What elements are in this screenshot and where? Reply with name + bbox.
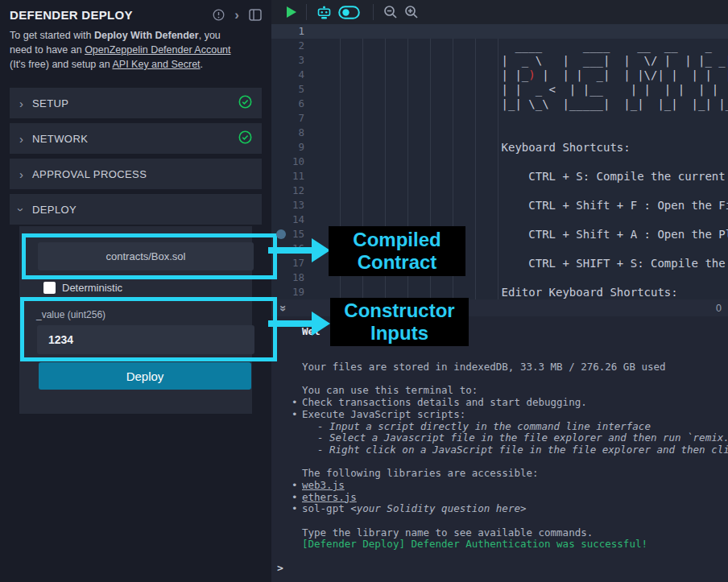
intro-text: Deploy With Defender	[94, 30, 199, 41]
editor-line: CTRL + S: Compile the current contract	[318, 169, 728, 184]
section-setup[interactable]: › SETUP	[10, 88, 262, 118]
terminal-line: •web3.js	[302, 480, 728, 492]
indent-guide	[385, 39, 386, 299]
line-number: 9	[271, 140, 318, 155]
line-number: 3	[271, 53, 318, 68]
bullet-icon: •	[292, 492, 298, 504]
line-number: 5	[271, 82, 318, 97]
panel-intro-text: To get started with Deploy With Defender…	[0, 25, 271, 80]
line-number: 17	[271, 256, 318, 270]
line-number: 6	[271, 97, 318, 111]
line-number: 10	[271, 155, 318, 169]
intro-text: need to have an	[10, 44, 85, 56]
line-number: 14	[271, 213, 318, 227]
zoom-in-icon[interactable]	[404, 5, 419, 19]
indent-guide	[453, 39, 453, 299]
editor-line: | |_) | | | _| | |\/| | | | | \ V /	[318, 68, 728, 82]
terminal-line: You can use this terminal to:	[302, 385, 728, 397]
editor-line: Keyboard Shortcuts:	[318, 140, 728, 155]
indent-guide	[340, 39, 341, 299]
line-number: 13	[271, 198, 318, 213]
terminal-line: - Select a Javascript file in the file e…	[302, 432, 728, 444]
chevron-right-icon: ›	[19, 168, 23, 180]
line-number: 2	[271, 39, 318, 53]
run-script-icon[interactable]	[287, 6, 296, 18]
editor-line: | _ \ | ___| | \/ | | |_ _| \ \ / /	[318, 53, 728, 68]
terminal-line	[302, 338, 728, 350]
section-approval-process[interactable]: › APPROVAL PROCESS	[10, 159, 262, 189]
terminal-line: •ethers.js	[302, 492, 728, 504]
editor-line	[318, 111, 728, 126]
intro-link[interactable]: API Key and Secret	[112, 59, 200, 70]
line-number: 8	[271, 126, 318, 140]
terminal-line: - Input a script directly in the command…	[302, 421, 728, 433]
info-icon[interactable]	[213, 9, 225, 21]
bullet-icon: •	[292, 409, 298, 421]
terminal-line: The following libraries are accessible:	[302, 468, 728, 480]
line-number: 1	[271, 24, 318, 39]
deploy-section-body: contracts/Box.sol Deterministic _value (…	[19, 226, 252, 414]
defender-deploy-panel: DEFENDER DEPLOY › To get started with De…	[0, 0, 271, 582]
terminal-line: •Execute JavaScript scripts:	[302, 409, 728, 421]
section-network[interactable]: › NETWORK	[10, 123, 262, 154]
collapse-terminal-icon[interactable]: «	[276, 305, 287, 312]
bullet-icon: •	[292, 503, 298, 515]
line-number-gutter: 12345678910111213141516171819	[271, 24, 318, 299]
editor-line	[318, 184, 728, 198]
intro-text: , you	[199, 30, 221, 41]
section-deploy[interactable]: › DEPLOY	[10, 194, 262, 225]
terminal-output[interactable]: WelYour files are stored in indexedDB, 3…	[271, 316, 728, 582]
line-number: 16	[271, 241, 318, 256]
section-label: APPROVAL PROCESS	[32, 168, 252, 180]
transaction-count-badge: 0	[716, 303, 722, 314]
line-number: 4	[271, 68, 318, 82]
editor-line: CTRL + Shift + A : Open the Plugin Manag…	[318, 227, 728, 241]
section-label: DEPLOY	[32, 204, 252, 216]
accordion-sections: › SETUP › NETWORK › APPROVAL PROCESS › D…	[10, 88, 262, 414]
value-field-label: _value (uint256)	[36, 309, 105, 320]
zoom-out-icon[interactable]	[383, 5, 398, 19]
terminal-prompt: >	[277, 563, 728, 575]
check-circle-icon	[238, 95, 252, 112]
editor-line	[318, 155, 728, 169]
deterministic-label: Deterministic	[62, 282, 122, 294]
check-circle-icon	[238, 130, 252, 147]
terminal-line: Wel	[302, 326, 728, 338]
editor-line	[318, 24, 728, 39]
toolbar-divider	[306, 4, 307, 20]
editor-toolbar	[271, 0, 728, 24]
line-number: 15	[271, 227, 318, 241]
deploy-button[interactable]: Deploy	[39, 362, 251, 390]
terminal-line	[302, 515, 728, 527]
terminal-line	[302, 456, 728, 468]
editor-line: CTRL + Shift + F : Open the File Explore…	[318, 198, 728, 213]
copilot-toggle-on[interactable]	[338, 6, 360, 19]
chevron-right-icon[interactable]: ›	[234, 8, 239, 22]
unmatched-paren: )	[528, 68, 535, 81]
code-editor[interactable]: 12345678910111213141516171819 ____ ____ …	[271, 24, 728, 299]
indent-guide	[475, 39, 476, 299]
terminal-link[interactable]: ethers.js	[302, 491, 357, 503]
line-number: 18	[271, 270, 318, 285]
main-pane: 12345678910111213141516171819 ____ ____ …	[271, 0, 728, 582]
terminal-link[interactable]: web3.js	[302, 479, 345, 491]
terminal-line: Type the library name to see available c…	[302, 527, 728, 539]
line-number: 11	[271, 169, 318, 184]
editor-line: |_| \_\ |_____| |_| |_| |_| |__| /_/\_\	[318, 97, 728, 111]
compiled-contract-selector[interactable]: contracts/Box.sol	[38, 242, 254, 270]
terminal-line: •Check transactions details and start de…	[302, 397, 728, 409]
deterministic-checkbox[interactable]	[43, 282, 56, 294]
split-panel-icon[interactable]	[249, 9, 262, 21]
section-label: SETUP	[32, 97, 238, 109]
indent-guide	[362, 39, 363, 299]
terminal-line	[302, 374, 728, 386]
toolbar-divider	[373, 4, 374, 20]
editor-line: Editor Keyboard Shortcuts:	[318, 285, 728, 299]
chevron-down-icon: ›	[15, 208, 27, 212]
editor-line	[318, 241, 728, 256]
intro-link[interactable]: OpenZeppelin Defender Account	[85, 44, 230, 56]
terminal-line: Your files are stored in indexedDB, 33.3…	[302, 361, 728, 374]
ai-copilot-robot-icon[interactable]	[316, 6, 332, 19]
panel-header: DEFENDER DEPLOY ›	[0, 0, 271, 25]
value-input[interactable]	[37, 325, 254, 354]
